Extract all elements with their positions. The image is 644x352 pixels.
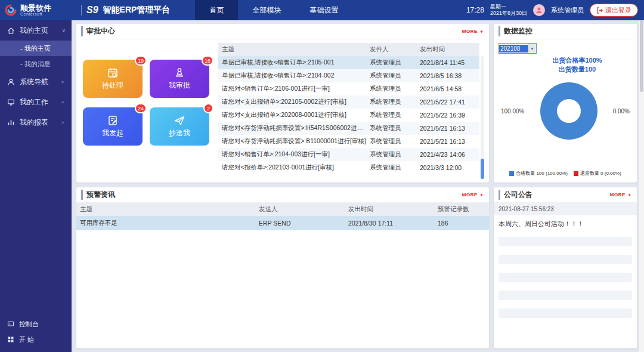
tile-pending[interactable]: 19 待处理 [83, 60, 143, 98]
alerts-table-header: 主题 发送人 发出时间 预警记录数 [76, 203, 489, 216]
cell-time: 2021/5/22 16:39 [420, 112, 476, 119]
weekday-label: 星期一 [490, 4, 527, 10]
cell-subject: 请您对<支出报销单>:202008-0001进行[审核] [222, 111, 370, 119]
cell-sender: 系统管理员 [370, 58, 420, 67]
sidebar-item-label: 系统导航 [20, 77, 48, 87]
console-label: 控制台 [19, 320, 39, 329]
sidebar-subitem-my-messages[interactable]: 我的消息 [0, 56, 72, 72]
col-subject: 主题 [80, 205, 259, 214]
alerts-title: 预警资讯 [81, 190, 115, 200]
announcement-content: 本周六、周日公司活动！！！ [494, 215, 637, 233]
cell-time: 2021/4/23 14:06 [420, 151, 476, 158]
calendar-clock-icon [107, 67, 119, 79]
table-row[interactable]: 单据已审核,请接收<销售订单>:2104-002 系统管理员 2021/8/5 … [218, 69, 479, 82]
legend-qualified: 合格数量 100 (100.00%) [509, 170, 568, 177]
tab-home[interactable]: 首页 [195, 0, 238, 20]
table-row[interactable]: 可用库存不足 ERP SEND 2021/8/30 17:11 186 [76, 216, 489, 230]
header-divider [81, 5, 82, 16]
sidebar-item-my-work[interactable]: 我的工作 ＞ [0, 92, 72, 112]
sidebar-item-system-nav[interactable]: 系统导航 ＞ [0, 72, 72, 92]
approval-more-link[interactable]: MORE ＋ [462, 28, 484, 35]
table-row[interactable]: 请您对<销售订单>:2106-001进行[一审] 系统管理员 2021/6/5 … [218, 82, 479, 95]
sidebar-item-my-home[interactable]: 我的主页 ∨ [0, 20, 72, 41]
tile-cc-to-me[interactable]: 2 抄送我 [150, 107, 209, 146]
col-sender: 发件人 [370, 45, 420, 54]
col-sender: 发送人 [259, 205, 348, 214]
main-nav-tabs: 首页 全部模块 基础设置 [195, 0, 352, 20]
stamp-icon [174, 67, 185, 79]
cell-sender: 系统管理员 [370, 111, 420, 119]
donut-left-label: 100.00% [501, 108, 524, 115]
pending-count-badge: 19 [135, 55, 147, 66]
announcement-empty-row [499, 273, 632, 282]
my-approvals-count-badge: 16 [202, 55, 213, 66]
cell-time: 2021/8/30 17:11 [348, 220, 438, 227]
tab-all-modules[interactable]: 全部模块 [238, 0, 295, 20]
chevron-right-icon: ＞ [60, 119, 66, 126]
cell-subject: 请您对<支出报销单>:202105-0002进行[审核] [222, 98, 370, 106]
table-row[interactable]: 请您对<支出报销单>:202008-0001进行[审核] 系统管理员 2021/… [218, 109, 479, 122]
edit-document-icon [107, 115, 119, 126]
page-scrollbar-thumb[interactable] [640, 20, 643, 92]
cell-subject: 请您对<存货浮动耗损率设置>:B11000001进行[审核] [222, 137, 370, 146]
cell-time: 2021/8/14 11:45 [420, 59, 476, 66]
sidebar-subitem-my-home[interactable]: 我的主页 [0, 41, 72, 56]
scrollbar-thumb[interactable] [481, 159, 484, 179]
home-icon [7, 27, 15, 35]
donut-right-label: 0.00% [613, 108, 630, 115]
table-row[interactable]: 请您对<存货浮动耗损率设置>:H54R1S006002进行[审核] 系统管理员 … [218, 122, 479, 135]
period-select[interactable]: 202108 ▼ [499, 43, 537, 54]
initiated-count-badge: 24 [135, 103, 147, 113]
tile-label: 抄送我 [169, 128, 190, 138]
cell-subject: 请您对<报价单>:202103-0001进行[审核] [222, 163, 370, 172]
table-row[interactable]: 请您对<销售订单>:2104-003进行[一审] 系统管理员 2021/4/23… [218, 148, 479, 161]
pass-rate-stat: 出货合格率100% [522, 56, 632, 65]
approval-center-title: 审批中心 [81, 26, 115, 36]
cell-time: 2021/8/5 16:38 [420, 72, 476, 79]
chevron-right-icon: ＞ [60, 98, 66, 106]
console-button[interactable]: 控制台 [0, 316, 72, 332]
table-row[interactable]: 请您对<存货浮动耗损率设置>:B11000001进行[审核] 系统管理员 202… [218, 135, 479, 148]
company-logo: 顺景软件 Centersoft [0, 4, 76, 16]
user-avatar[interactable] [533, 4, 545, 16]
logo-subtitle: Centersoft [20, 12, 51, 16]
table-row[interactable]: 请您对<支出报销单>:202105-0002进行[审核] 系统管理员 2021/… [218, 95, 479, 109]
console-icon [7, 320, 14, 328]
data-monitor-panel: 数据监控 202108 ▼ 出货合格率100% 出货数量100 100.00% … [494, 24, 637, 183]
announcement-empty-row [499, 237, 632, 246]
tab-basic-settings[interactable]: 基础设置 [295, 0, 352, 20]
col-time: 发出时间 [348, 205, 438, 214]
logout-label: 退出登录 [605, 6, 631, 15]
clock-time: 17:28 [466, 6, 484, 14]
cell-time: 2021/6/5 14:58 [420, 85, 476, 92]
announcement-empty-row [499, 308, 632, 318]
sidebar-item-my-reports[interactable]: 我的报表 ＞ [0, 112, 72, 132]
sidebar-item-label: 我的工作 [20, 97, 48, 107]
cell-time: 2021/5/22 17:41 [420, 98, 476, 106]
date-label: 2021年8月30日 [490, 10, 527, 17]
legend-label: 退货数量 0 (0.00%) [580, 170, 621, 177]
announcement-empty-row [499, 255, 632, 264]
announcement-title: 公司公告 [499, 190, 532, 200]
table-scrollbar[interactable] [481, 56, 484, 179]
start-button[interactable]: 开 始 [0, 332, 72, 347]
table-row[interactable]: 请您对<报价单>:202103-0001进行[审核] 系统管理员 2021/3/… [218, 161, 479, 174]
user-icon [7, 78, 15, 86]
legend-label: 合格数量 100 (100.00%) [516, 170, 568, 177]
cell-sender: 系统管理员 [370, 150, 420, 159]
cell-subject: 请您对<销售订单>:2106-001进行[一审] [222, 85, 370, 93]
logout-button[interactable]: 退出登录 [590, 4, 638, 17]
erp-dashboard: 顺景软件 Centersoft S9 智能ERP管理平台 首页 全部模块 基础设… [0, 0, 644, 352]
alerts-more-link[interactable]: MORE ＋ [462, 192, 484, 198]
page-scrollbar[interactable] [639, 20, 644, 352]
tile-initiated-by-me[interactable]: 24 我发起 [83, 107, 143, 146]
logo-name: 顺景软件 [20, 4, 51, 12]
table-row[interactable]: 单据已审核,请接收<销售订单>:2105-001 系统管理员 2021/8/14… [218, 56, 479, 69]
product-code: S9 [86, 5, 98, 16]
sidebar-item-label: 我的报表 [20, 118, 48, 128]
tile-my-approvals[interactable]: 16 我审批 [150, 60, 209, 98]
data-monitor-title: 数据监控 [499, 26, 532, 36]
announcement-timestamp: 2021-08-27 15:56:23 [494, 203, 637, 215]
announcement-more-link[interactable]: MORE ＋ [610, 192, 632, 198]
cell-subject: 可用库存不足 [80, 219, 259, 227]
